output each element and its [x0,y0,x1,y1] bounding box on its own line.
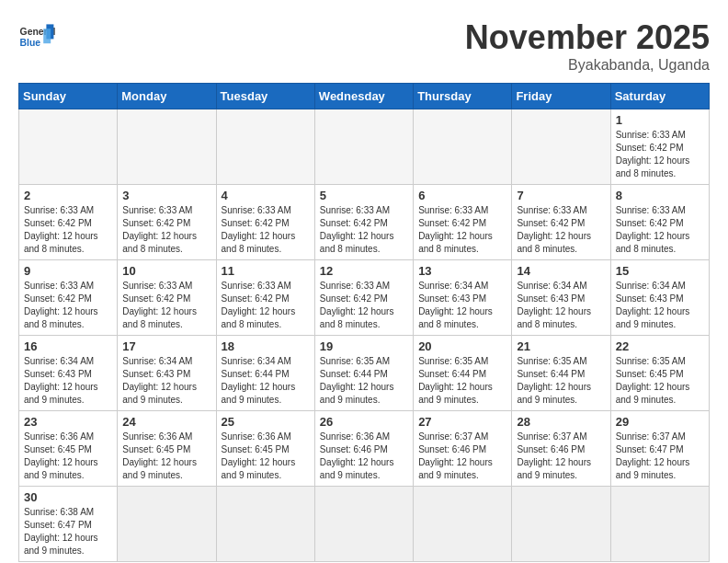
day-number: 21 [517,339,605,353]
day-of-week-header: Friday [512,84,610,109]
day-info: Sunrise: 6:36 AM Sunset: 6:45 PM Dayligh… [222,431,310,482]
svg-text:Blue: Blue [20,38,41,48]
day-number: 5 [320,189,408,202]
day-number: 2 [24,189,112,202]
calendar-cell: 10Sunrise: 6:33 AM Sunset: 6:42 PM Dayli… [118,260,216,336]
day-info: Sunrise: 6:33 AM Sunset: 6:42 PM Dayligh… [616,129,704,180]
calendar-cell [216,109,314,185]
day-number: 3 [122,189,210,202]
calendar-cell [19,109,118,185]
logo-icon: General Blue [18,18,55,55]
svg-marker-3 [43,29,51,43]
day-info: Sunrise: 6:33 AM Sunset: 6:42 PM Dayligh… [320,280,408,331]
day-info: Sunrise: 6:36 AM Sunset: 6:46 PM Dayligh… [320,431,408,482]
day-info: Sunrise: 6:33 AM Sunset: 6:42 PM Dayligh… [24,280,112,331]
day-number: 29 [616,415,704,429]
day-info: Sunrise: 6:34 AM Sunset: 6:44 PM Dayligh… [222,355,310,407]
day-info: Sunrise: 6:33 AM Sunset: 6:42 PM Dayligh… [222,280,310,331]
calendar-cell: 29Sunrise: 6:37 AM Sunset: 6:47 PM Dayli… [610,411,709,487]
day-number: 16 [24,339,112,353]
logo: General Blue [18,18,55,55]
calendar-cell: 13Sunrise: 6:34 AM Sunset: 6:43 PM Dayli… [414,260,512,336]
day-info: Sunrise: 6:33 AM Sunset: 6:42 PM Dayligh… [122,280,210,331]
day-info: Sunrise: 6:37 AM Sunset: 6:47 PM Dayligh… [616,431,704,482]
calendar-cell: 27Sunrise: 6:37 AM Sunset: 6:46 PM Dayli… [414,411,512,487]
day-info: Sunrise: 6:33 AM Sunset: 6:42 PM Dayligh… [616,204,704,256]
day-number: 9 [24,264,112,278]
day-number: 6 [418,189,506,202]
day-info: Sunrise: 6:35 AM Sunset: 6:44 PM Dayligh… [418,355,506,407]
calendar-cell: 8Sunrise: 6:33 AM Sunset: 6:42 PM Daylig… [610,185,709,260]
calendar-cell: 28Sunrise: 6:37 AM Sunset: 6:46 PM Dayli… [512,411,610,487]
calendar-week-row: 23Sunrise: 6:36 AM Sunset: 6:45 PM Dayli… [19,411,710,487]
day-number: 19 [320,339,408,353]
day-info: Sunrise: 6:35 AM Sunset: 6:44 PM Dayligh… [517,355,605,407]
day-number: 28 [517,415,605,429]
calendar-cell: 30Sunrise: 6:38 AM Sunset: 6:47 PM Dayli… [19,487,118,562]
day-number: 10 [122,264,210,278]
day-info: Sunrise: 6:34 AM Sunset: 6:43 PM Dayligh… [122,355,210,407]
month-title: November 2025 [465,18,710,57]
day-info: Sunrise: 6:37 AM Sunset: 6:46 PM Dayligh… [517,431,605,482]
calendar-cell [314,487,413,562]
day-info: Sunrise: 6:33 AM Sunset: 6:42 PM Dayligh… [222,204,310,256]
day-info: Sunrise: 6:33 AM Sunset: 6:42 PM Dayligh… [122,204,210,256]
day-of-week-header: Monday [118,84,216,109]
day-of-week-header: Thursday [414,84,512,109]
calendar-cell: 6Sunrise: 6:33 AM Sunset: 6:42 PM Daylig… [414,185,512,260]
day-number: 20 [418,339,506,353]
title-block: November 2025 Byakabanda, Uganda [465,18,710,74]
day-info: Sunrise: 6:34 AM Sunset: 6:43 PM Dayligh… [24,355,112,407]
location: Byakabanda, Uganda [465,57,710,74]
day-info: Sunrise: 6:35 AM Sunset: 6:45 PM Dayligh… [616,355,704,407]
calendar-cell: 25Sunrise: 6:36 AM Sunset: 6:45 PM Dayli… [216,411,314,487]
day-info: Sunrise: 6:33 AM Sunset: 6:42 PM Dayligh… [24,204,112,256]
day-number: 11 [222,264,310,278]
day-number: 30 [24,490,112,504]
calendar-cell [118,109,216,185]
day-number: 27 [418,415,506,429]
day-number: 26 [320,415,408,429]
calendar-cell [414,487,512,562]
day-of-week-header: Saturday [610,84,709,109]
calendar-cell: 26Sunrise: 6:36 AM Sunset: 6:46 PM Dayli… [314,411,413,487]
calendar-cell: 7Sunrise: 6:33 AM Sunset: 6:42 PM Daylig… [512,185,610,260]
day-info: Sunrise: 6:36 AM Sunset: 6:45 PM Dayligh… [122,431,210,482]
day-info: Sunrise: 6:34 AM Sunset: 6:43 PM Dayligh… [616,280,704,331]
calendar-cell: 20Sunrise: 6:35 AM Sunset: 6:44 PM Dayli… [414,336,512,411]
day-info: Sunrise: 6:33 AM Sunset: 6:42 PM Dayligh… [418,204,506,256]
calendar-cell [216,487,314,562]
day-number: 15 [616,264,704,278]
calendar-cell: 21Sunrise: 6:35 AM Sunset: 6:44 PM Dayli… [512,336,610,411]
calendar-cell: 23Sunrise: 6:36 AM Sunset: 6:45 PM Dayli… [19,411,118,487]
day-number: 4 [222,189,310,202]
calendar-week-row: 9Sunrise: 6:33 AM Sunset: 6:42 PM Daylig… [19,260,710,336]
calendar-cell: 24Sunrise: 6:36 AM Sunset: 6:45 PM Dayli… [118,411,216,487]
day-number: 23 [24,415,112,429]
calendar-cell: 18Sunrise: 6:34 AM Sunset: 6:44 PM Dayli… [216,336,314,411]
day-number: 8 [616,189,704,202]
calendar-cell [314,109,413,185]
calendar-cell: 3Sunrise: 6:33 AM Sunset: 6:42 PM Daylig… [118,185,216,260]
day-info: Sunrise: 6:38 AM Sunset: 6:47 PM Dayligh… [24,506,112,557]
page-header: General Blue November 2025 Byakabanda, U… [18,18,710,74]
day-info: Sunrise: 6:37 AM Sunset: 6:46 PM Dayligh… [418,431,506,482]
calendar-cell: 4Sunrise: 6:33 AM Sunset: 6:42 PM Daylig… [216,185,314,260]
day-info: Sunrise: 6:34 AM Sunset: 6:43 PM Dayligh… [517,280,605,331]
day-info: Sunrise: 6:33 AM Sunset: 6:42 PM Dayligh… [517,204,605,256]
day-number: 17 [122,339,210,353]
day-info: Sunrise: 6:36 AM Sunset: 6:45 PM Dayligh… [24,431,112,482]
calendar-cell: 1Sunrise: 6:33 AM Sunset: 6:42 PM Daylig… [610,109,709,185]
calendar-table: SundayMondayTuesdayWednesdayThursdayFrid… [18,83,710,562]
calendar-cell [512,109,610,185]
calendar-cell: 19Sunrise: 6:35 AM Sunset: 6:44 PM Dayli… [314,336,413,411]
day-number: 12 [320,264,408,278]
calendar-cell: 14Sunrise: 6:34 AM Sunset: 6:43 PM Dayli… [512,260,610,336]
calendar-week-row: 16Sunrise: 6:34 AM Sunset: 6:43 PM Dayli… [19,336,710,411]
calendar-cell [414,109,512,185]
day-number: 1 [616,113,704,127]
day-number: 25 [222,415,310,429]
calendar-week-row: 1Sunrise: 6:33 AM Sunset: 6:42 PM Daylig… [19,109,710,185]
calendar-cell: 9Sunrise: 6:33 AM Sunset: 6:42 PM Daylig… [19,260,118,336]
calendar-cell: 2Sunrise: 6:33 AM Sunset: 6:42 PM Daylig… [19,185,118,260]
